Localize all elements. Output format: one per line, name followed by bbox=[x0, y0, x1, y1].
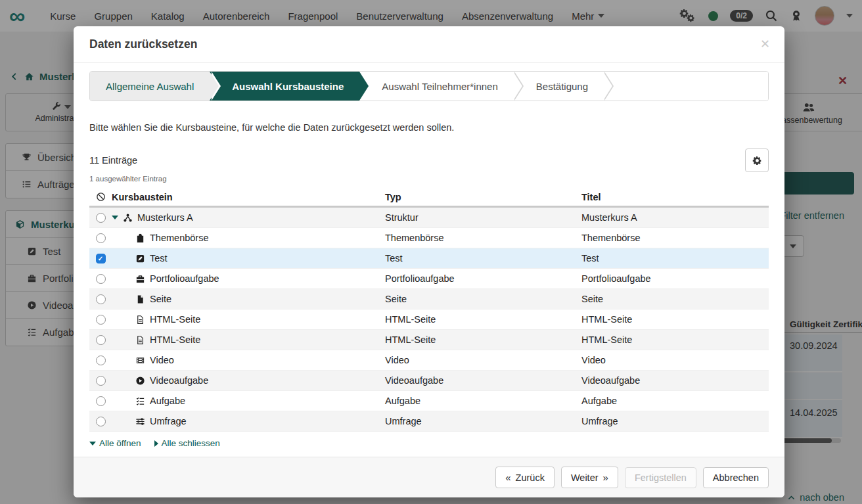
wizard-step-allgemeine-auswahl[interactable]: Allgemeine Auswahl bbox=[90, 72, 210, 101]
course-node-type: Themenbörse bbox=[385, 233, 443, 243]
dialog-header: Daten zurücksetzen ✕ bbox=[74, 26, 784, 63]
course-node-row[interactable]: VideoaufgabeVideoaufgabeVideoaufgabe bbox=[89, 371, 769, 391]
collapse-caret-icon[interactable] bbox=[112, 216, 118, 219]
wizard-steps: Allgemeine Auswahl Auswahl Kursbausteine… bbox=[89, 71, 769, 101]
row-checkbox[interactable] bbox=[96, 294, 106, 304]
structure-icon bbox=[123, 213, 133, 223]
course-node-title: Videoaufgabe bbox=[581, 375, 640, 386]
course-node-title: Seite bbox=[581, 294, 603, 304]
course-node-name: HTML-Seite bbox=[150, 334, 200, 345]
course-node-row[interactable]: SeiteSeiteSeite bbox=[89, 289, 769, 309]
portfolio-icon bbox=[135, 274, 145, 284]
collapse-all-link[interactable]: Alle schliessen bbox=[154, 438, 220, 448]
course-node-type: HTML-Seite bbox=[385, 334, 436, 345]
course-node-type: Video bbox=[385, 355, 409, 365]
course-node-row[interactable]: ✓TestTestTest bbox=[89, 248, 769, 269]
course-node-name: Portfolioaufgabe bbox=[150, 273, 219, 284]
table-settings-button[interactable] bbox=[745, 149, 769, 172]
column-header-kursbaustein[interactable]: Kursbaustein bbox=[112, 192, 173, 202]
course-node-type: Umfrage bbox=[385, 416, 422, 426]
test-icon bbox=[135, 254, 145, 263]
finish-button: Fertigstellen bbox=[625, 467, 696, 488]
course-node-title: HTML-Seite bbox=[581, 314, 632, 325]
dialog-title: Daten zurücksetzen bbox=[89, 37, 197, 51]
row-checkbox[interactable] bbox=[96, 274, 106, 284]
html-icon bbox=[135, 315, 145, 325]
row-checkbox[interactable] bbox=[96, 213, 106, 223]
course-node-row[interactable]: ThemenbörseThemenbörseThemenbörse bbox=[89, 228, 769, 248]
row-checkbox[interactable]: ✓ bbox=[96, 254, 106, 263]
course-node-row[interactable]: UmfrageUmfrageUmfrage bbox=[89, 411, 769, 432]
course-node-type: Portfolioaufgabe bbox=[385, 273, 455, 284]
screen: ∞ Kurse Gruppen Katalog Autorenbereich F… bbox=[0, 0, 862, 504]
row-checkbox[interactable] bbox=[96, 335, 106, 345]
entries-count: 11 Einträge bbox=[89, 155, 137, 166]
course-node-name: Seite bbox=[150, 294, 171, 304]
survey-icon bbox=[135, 417, 145, 426]
next-button[interactable]: Weiter» bbox=[561, 467, 618, 488]
wizard-step-auswahl-kursbausteine: Auswahl Kursbausteine bbox=[210, 72, 359, 101]
course-node-row[interactable]: PortfolioaufgabePortfolioaufgabePortfoli… bbox=[89, 269, 769, 289]
html-icon bbox=[135, 335, 145, 345]
course-node-name: Video bbox=[150, 355, 174, 365]
row-checkbox[interactable] bbox=[96, 233, 106, 243]
course-node-name: Test bbox=[150, 253, 168, 263]
course-node-row[interactable]: Musterkurs AStrukturMusterkurs A bbox=[89, 208, 769, 228]
course-node-type: Aufgabe bbox=[385, 396, 420, 406]
course-node-title: Video bbox=[581, 355, 606, 365]
course-node-title: Musterkurs A bbox=[581, 212, 637, 223]
course-node-type: HTML-Seite bbox=[385, 314, 436, 325]
course-node-row[interactable]: AufgabeAufgabeAufgabe bbox=[89, 391, 769, 411]
row-checkbox[interactable] bbox=[96, 396, 106, 406]
course-node-name: Themenbörse bbox=[150, 233, 208, 243]
course-node-name: HTML-Seite bbox=[150, 314, 200, 325]
column-header-typ[interactable]: Typ bbox=[385, 192, 401, 202]
course-node-title: Portfolioaufgabe bbox=[581, 273, 651, 284]
course-node-row[interactable]: HTML-SeiteHTML-SeiteHTML-Seite bbox=[89, 330, 769, 350]
course-elements-table: Kursbaustein Typ Titel Musterkurs AStruk… bbox=[89, 188, 769, 432]
course-node-type: Videoaufgabe bbox=[385, 375, 443, 386]
gear-icon bbox=[752, 156, 762, 166]
wizard-step-bestaetigung: Bestätigung bbox=[514, 72, 604, 101]
course-node-type: Seite bbox=[385, 294, 407, 304]
course-node-title: HTML-Seite bbox=[581, 334, 632, 345]
back-button[interactable]: «Zurück bbox=[495, 467, 555, 488]
course-node-name: Videoaufgabe bbox=[150, 375, 208, 386]
course-node-title: Aufgabe bbox=[581, 396, 617, 406]
table-header-row: Kursbaustein Typ Titel bbox=[89, 188, 769, 208]
ban-icon[interactable] bbox=[96, 192, 106, 202]
selected-count: 1 ausgewählter Eintrag bbox=[89, 175, 769, 183]
caret-down-icon bbox=[89, 442, 96, 446]
row-checkbox[interactable] bbox=[96, 315, 106, 325]
row-checkbox[interactable] bbox=[96, 376, 106, 386]
reset-data-dialog: Daten zurücksetzen ✕ Allgemeine Auswahl … bbox=[74, 26, 784, 497]
page-icon bbox=[135, 294, 145, 304]
course-node-title: Umfrage bbox=[581, 416, 618, 426]
course-node-name: Umfrage bbox=[150, 416, 187, 426]
instruction-text: Bitte wählen Sie die Kursbausteine, für … bbox=[89, 122, 769, 133]
course-node-type: Test bbox=[385, 253, 403, 263]
videotask-icon bbox=[135, 376, 145, 386]
course-node-type: Struktur bbox=[385, 212, 419, 223]
course-node-title: Test bbox=[581, 253, 599, 263]
topicbroker-icon bbox=[135, 233, 145, 243]
wizard-step-auswahl-teilnehmer: Auswahl Teilnehmer*innen bbox=[359, 72, 514, 101]
course-node-name: Musterkurs A bbox=[137, 212, 193, 223]
course-table-body: Musterkurs AStrukturMusterkurs AThemenbö… bbox=[89, 208, 769, 432]
row-checkbox[interactable] bbox=[96, 417, 106, 426]
course-node-name: Aufgabe bbox=[150, 396, 185, 406]
double-chevron-left-icon: « bbox=[505, 472, 510, 483]
dialog-footer: «Zurück Weiter» Fertigstellen Abbrechen bbox=[74, 457, 784, 497]
double-chevron-right-icon: » bbox=[603, 472, 608, 483]
caret-right-icon bbox=[154, 440, 158, 447]
close-icon[interactable]: ✕ bbox=[760, 37, 770, 51]
video-icon bbox=[135, 355, 145, 365]
column-header-titel[interactable]: Titel bbox=[581, 192, 601, 202]
cancel-button[interactable]: Abbrechen bbox=[703, 467, 769, 488]
wizard-steps-filler bbox=[604, 72, 768, 101]
course-node-row[interactable]: HTML-SeiteHTML-SeiteHTML-Seite bbox=[89, 309, 769, 330]
expand-all-link[interactable]: Alle öffnen bbox=[89, 438, 141, 448]
row-checkbox[interactable] bbox=[96, 355, 106, 365]
course-node-row[interactable]: VideoVideoVideo bbox=[89, 350, 769, 371]
task-icon bbox=[135, 396, 145, 406]
